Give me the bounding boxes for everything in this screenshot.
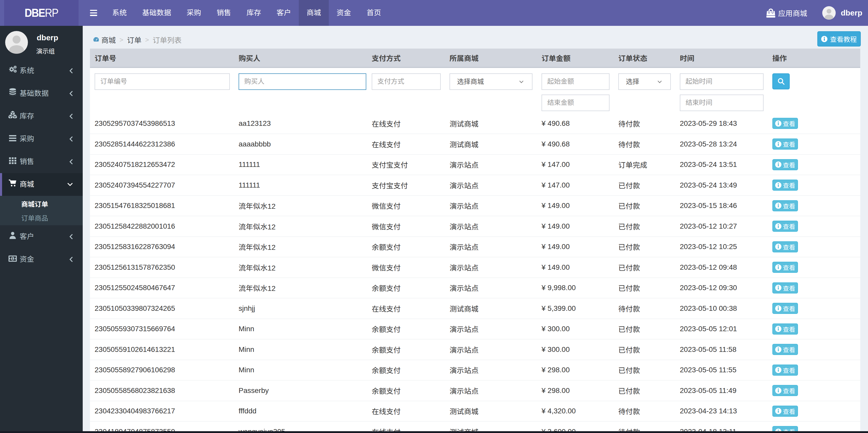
svg-text:1: 1: [12, 256, 14, 261]
